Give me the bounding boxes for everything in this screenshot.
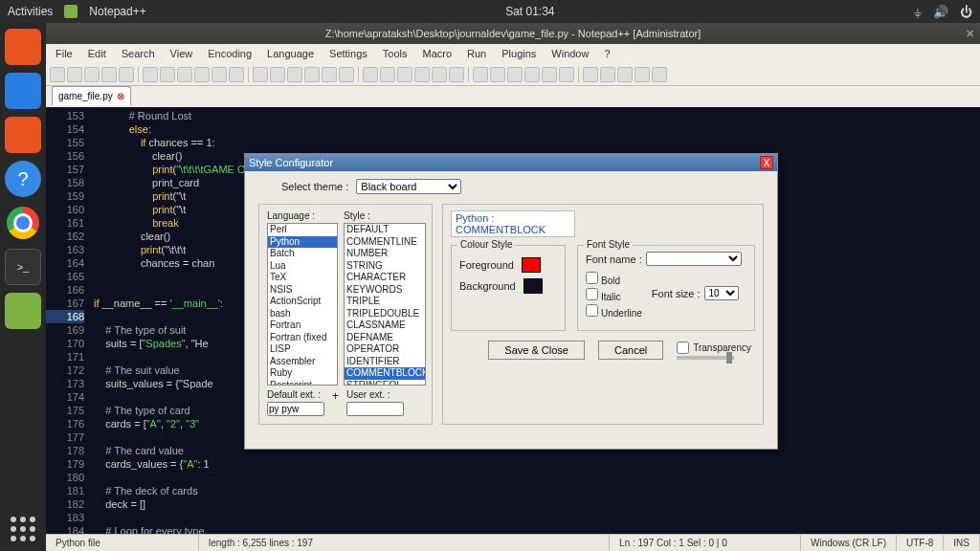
language-item[interactable]: Fortran (268, 320, 337, 332)
menu-plugins[interactable]: Plugins (496, 46, 542, 61)
toolbar-button[interactable] (177, 67, 192, 82)
style-item[interactable]: NUMBER (345, 248, 425, 260)
toolbar-button[interactable] (229, 67, 244, 82)
default-ext-input[interactable] (267, 402, 324, 416)
style-listbox[interactable]: DEFAULTCOMMENTLINENUMBERSTRINGCHARACTERK… (344, 223, 426, 386)
toolbar-button[interactable] (524, 67, 540, 82)
theme-select[interactable]: Black board (356, 179, 461, 194)
font-size-select[interactable]: 10 (704, 286, 739, 300)
tab-game-file[interactable]: game_file.py ⊗ (52, 86, 131, 105)
menu-tools[interactable]: Tools (377, 46, 413, 61)
language-item[interactable]: Perl (268, 224, 337, 236)
toolbar-button[interactable] (339, 67, 354, 82)
language-item[interactable]: Ruby (268, 367, 337, 380)
toolbar-button[interactable] (635, 67, 650, 82)
volume-icon[interactable]: 🔊 (933, 5, 948, 19)
style-item[interactable]: DEFAULT (345, 224, 425, 236)
toolbar-button[interactable] (432, 67, 447, 82)
dock-terminal[interactable]: >_ (5, 249, 41, 285)
toolbar-button[interactable] (101, 67, 117, 82)
cancel-button[interactable]: Cancel (598, 341, 663, 360)
toolbar-button[interactable] (652, 67, 667, 82)
toolbar-button[interactable] (194, 67, 210, 82)
style-item[interactable]: TRIPLE (345, 296, 425, 308)
tab-close-icon[interactable]: ⊗ (117, 91, 124, 101)
style-item[interactable]: IDENTIFIER (345, 356, 425, 368)
underline-checkbox[interactable]: Underline (586, 304, 642, 319)
toolbar-button[interactable] (363, 67, 378, 82)
style-item[interactable]: KEYWORDS (345, 284, 425, 297)
menu-language[interactable]: Language (261, 46, 320, 61)
power-icon[interactable]: ⏻ (960, 5, 972, 19)
language-item[interactable]: Assembler (268, 356, 337, 368)
italic-checkbox[interactable]: Italic (586, 288, 642, 302)
toolbar-button[interactable] (397, 67, 412, 82)
language-item[interactable]: NSIS (268, 284, 337, 297)
dock-show-apps[interactable] (11, 517, 35, 541)
toolbar-button[interactable] (490, 67, 505, 82)
toolbar-button[interactable] (253, 67, 268, 82)
style-item[interactable]: CLASSNAME (345, 320, 425, 332)
network-icon[interactable]: ⏚ (914, 5, 922, 19)
toolbar-button[interactable] (160, 67, 175, 82)
toolbar-button[interactable] (84, 67, 100, 82)
toolbar-button[interactable] (617, 67, 633, 82)
activities-button[interactable]: Activities (8, 5, 53, 18)
clock[interactable]: Sat 01:34 (146, 5, 914, 18)
language-item[interactable]: ActionScript (268, 296, 337, 308)
transparency-slider[interactable] (677, 356, 734, 360)
bold-checkbox[interactable]: Bold (586, 272, 642, 286)
toolbar-button[interactable] (322, 67, 337, 82)
menu-edit[interactable]: Edit (82, 46, 112, 61)
style-item[interactable]: STRING (345, 260, 425, 273)
toolbar-button[interactable] (287, 67, 302, 82)
toolbar-button[interactable] (304, 67, 320, 82)
toolbar-button[interactable] (507, 67, 523, 82)
menu-file[interactable]: File (50, 46, 78, 61)
menu-search[interactable]: Search (116, 46, 161, 61)
style-item[interactable]: COMMENTBLOCK (345, 367, 425, 380)
toolbar-button[interactable] (270, 67, 285, 82)
toolbar-button[interactable] (583, 67, 598, 82)
font-name-select[interactable] (646, 252, 742, 266)
toolbar-button[interactable] (67, 67, 82, 82)
style-item[interactable]: DEFNAME (345, 332, 425, 344)
language-item[interactable]: Fortran (fixed (268, 332, 337, 344)
transparency-checkbox[interactable]: Transparency (677, 342, 751, 354)
menu-run[interactable]: Run (461, 46, 492, 61)
language-item[interactable]: TeX (268, 272, 337, 284)
dock-notepadpp[interactable] (5, 293, 41, 329)
toolbar-button[interactable] (143, 67, 158, 82)
menu-settings[interactable]: Settings (323, 46, 373, 61)
menu-macro[interactable]: Macro (416, 46, 457, 61)
menu-encoding[interactable]: Encoding (202, 46, 257, 61)
window-close[interactable]: ✕ (966, 28, 974, 40)
background-swatch[interactable] (523, 278, 543, 294)
language-item[interactable]: Lua (268, 260, 337, 273)
menu-view[interactable]: View (165, 46, 199, 61)
foreground-swatch[interactable] (522, 257, 541, 273)
toolbar-button[interactable] (414, 67, 430, 82)
style-item[interactable]: TRIPLEDOUBLE (345, 308, 425, 320)
toolbar-button[interactable] (559, 67, 574, 82)
toolbar-button[interactable] (380, 67, 395, 82)
dock-files[interactable] (5, 29, 41, 65)
language-listbox[interactable]: PerlPythonBatchLuaTeXNSISActionScriptbas… (267, 223, 338, 386)
user-ext-input[interactable] (346, 402, 404, 416)
toolbar-button[interactable] (449, 67, 464, 82)
language-item[interactable]: Batch (268, 248, 337, 260)
toolbar-button[interactable] (119, 67, 134, 82)
app-indicator[interactable]: Notepad++ (89, 5, 145, 18)
style-item[interactable]: CHARACTER (345, 272, 425, 284)
save-close-button[interactable]: Save & Close (488, 341, 585, 360)
language-item[interactable]: bash (268, 308, 337, 320)
menu-?[interactable]: ? (598, 46, 615, 61)
style-item[interactable]: STRINGEOL (345, 380, 425, 386)
toolbar-button[interactable] (50, 67, 65, 82)
menu-window[interactable]: Window (546, 46, 594, 61)
style-item[interactable]: OPERATOR (345, 343, 425, 356)
toolbar-button[interactable] (542, 67, 557, 82)
style-item[interactable]: COMMENTLINE (345, 236, 425, 249)
dock-chrome[interactable] (5, 205, 41, 241)
toolbar-button[interactable] (212, 67, 227, 82)
